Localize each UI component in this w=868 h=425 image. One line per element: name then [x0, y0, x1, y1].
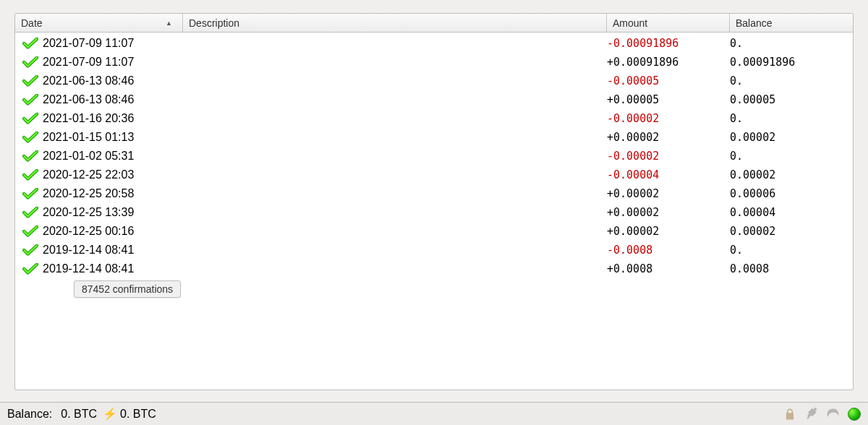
balance-label: Balance:	[7, 408, 52, 421]
cell-date: 2021-06-13 08:46	[43, 74, 183, 87]
confirmed-check-icon	[22, 169, 38, 181]
table-row[interactable]: 2021-01-16 20:36-0.000020.	[15, 109, 853, 128]
cell-balance: 0.00002	[730, 168, 853, 181]
cell-balance: 0.00006	[730, 187, 853, 200]
cell-date: 2021-07-09 11:07	[43, 37, 183, 50]
cell-date: 2020-12-25 00:16	[43, 225, 183, 238]
confirmed-check-icon	[22, 263, 38, 275]
table-row[interactable]: 2020-12-25 00:16+0.000020.00002	[15, 222, 853, 241]
cell-date: 2019-12-14 08:41	[43, 244, 183, 257]
cell-date: 2019-12-14 08:41	[43, 262, 183, 275]
confirmed-check-icon	[22, 150, 38, 162]
cell-date: 2021-07-09 11:07	[43, 56, 183, 69]
confirmed-check-icon	[22, 94, 38, 106]
column-label: Description	[189, 17, 239, 29]
table-row[interactable]: 2019-12-14 08:41-0.00080.	[15, 241, 853, 259]
table-row[interactable]: 2021-07-09 11:07-0.000918960.	[15, 34, 853, 53]
confirmed-check-icon	[22, 56, 38, 68]
column-label: Date	[21, 17, 43, 29]
cell-balance: 0.00005	[730, 93, 853, 106]
cell-balance: 0.00002	[730, 225, 853, 238]
cell-balance: 0.	[730, 112, 853, 125]
lightning-icon: ⚡	[103, 407, 117, 421]
table-row[interactable]: 2021-01-15 01:13+0.000020.00002	[15, 128, 853, 147]
cell-date: 2021-06-13 08:46	[43, 93, 183, 106]
cell-amount: +0.00005	[607, 93, 730, 106]
confirmed-check-icon	[22, 226, 38, 237]
cell-balance: 0.	[730, 150, 853, 163]
status-bar: Balance: 0. BTC ⚡ 0. BTC	[0, 402, 868, 425]
status-balance: Balance: 0. BTC ⚡ 0. BTC	[7, 407, 156, 421]
confirmed-check-icon	[22, 38, 38, 49]
cell-amount: -0.0008	[607, 244, 730, 257]
table-body: 2021-07-09 11:07-0.000918960.2021-07-09 …	[15, 33, 853, 278]
column-label: Amount	[613, 17, 647, 29]
column-header-balance[interactable]: Balance	[730, 14, 853, 32]
table-row[interactable]: 2020-12-25 22:03-0.000040.00002	[15, 166, 853, 184]
cell-amount: -0.00005	[607, 74, 730, 87]
table-row[interactable]: 2020-12-25 13:39+0.000020.00004	[15, 203, 853, 222]
network-status-led-icon[interactable]	[848, 408, 861, 421]
confirmed-check-icon	[22, 75, 38, 87]
cell-amount: +0.00002	[607, 187, 730, 200]
cell-balance: 0.00004	[730, 206, 853, 219]
cell-amount: +0.00002	[607, 206, 730, 219]
column-header-amount[interactable]: Amount	[607, 14, 730, 32]
table-row[interactable]: 2021-06-13 08:46+0.000050.00005	[15, 90, 853, 109]
cell-date: 2021-01-15 01:13	[43, 131, 183, 144]
table-row[interactable]: 2019-12-14 08:41+0.00080.0008	[15, 259, 853, 278]
cell-amount: +0.00002	[607, 131, 730, 144]
cell-date: 2020-12-25 13:39	[43, 206, 183, 219]
table-row[interactable]: 2021-07-09 11:07+0.000918960.00091896	[15, 53, 853, 72]
cell-date: 2021-01-02 05:31	[43, 150, 183, 163]
confirmed-check-icon	[22, 244, 38, 256]
tooltip-text: 87452 confirmations	[82, 283, 173, 295]
confirmed-check-icon	[22, 207, 38, 218]
cell-amount: -0.00004	[607, 168, 730, 181]
column-header-date[interactable]: Date ▲	[15, 14, 183, 32]
confirmed-check-icon	[22, 132, 38, 143]
cell-balance: 0.	[730, 74, 853, 87]
cell-balance: 0.0008	[730, 262, 853, 275]
cell-date: 2020-12-25 22:03	[43, 168, 183, 181]
seed-icon[interactable]	[826, 407, 841, 421]
sort-ascending-icon: ▲	[166, 20, 176, 27]
settings-icon[interactable]	[804, 407, 819, 421]
cell-amount: +0.00002	[607, 225, 730, 238]
table-header: Date ▲ Description Amount Balance	[15, 14, 853, 33]
cell-amount: -0.00002	[607, 150, 730, 163]
cell-date: 2020-12-25 20:58	[43, 187, 183, 200]
lock-icon[interactable]	[783, 407, 797, 421]
cell-balance: 0.00091896	[730, 56, 853, 69]
balance-value: 0. BTC	[61, 408, 97, 421]
cell-balance: 0.00002	[730, 131, 853, 144]
cell-date: 2021-01-16 20:36	[43, 112, 183, 125]
table-row[interactable]: 2020-12-25 20:58+0.000020.00006	[15, 184, 853, 203]
column-header-description[interactable]: Description	[183, 14, 607, 32]
cell-amount: +0.00091896	[607, 56, 730, 69]
column-label: Balance	[736, 17, 773, 29]
table-row[interactable]: 2021-06-13 08:46-0.000050.	[15, 72, 853, 90]
cell-amount: -0.00002	[607, 112, 730, 125]
confirmed-check-icon	[22, 188, 38, 199]
cell-amount: +0.0008	[607, 262, 730, 275]
cell-amount: -0.00091896	[607, 37, 730, 50]
confirmed-check-icon	[22, 113, 38, 124]
table-row[interactable]: 2021-01-02 05:31-0.000020.	[15, 147, 853, 166]
status-tools	[783, 407, 861, 421]
cell-balance: 0.	[730, 37, 853, 50]
confirmations-tooltip: 87452 confirmations	[74, 280, 181, 298]
cell-balance: 0.	[730, 244, 853, 257]
lightning-balance-value: 0. BTC	[120, 408, 156, 421]
transactions-panel: Date ▲ Description Amount Balance 2021-0…	[14, 13, 854, 390]
